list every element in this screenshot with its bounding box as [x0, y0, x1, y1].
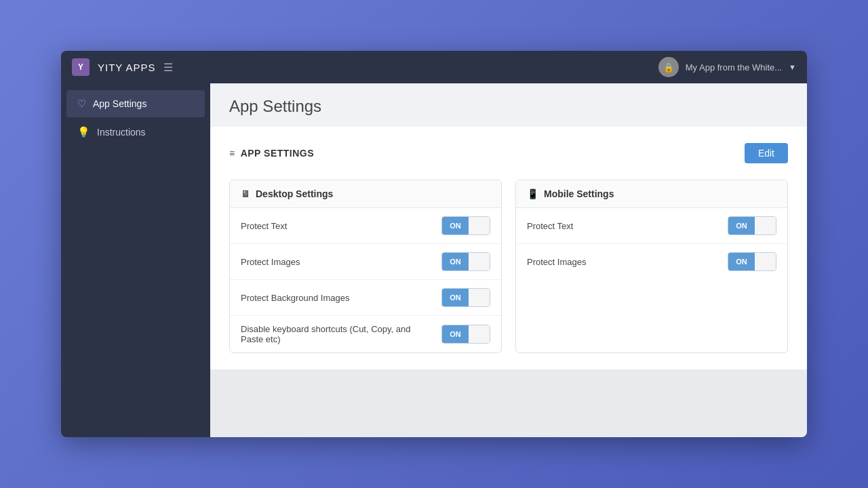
mobile-protect-images-row: Protect Images ON: [516, 244, 787, 279]
toggle-on-label[interactable]: ON: [728, 253, 755, 270]
mobile-protect-text-toggle[interactable]: ON: [728, 216, 776, 235]
desktop-protect-images-label: Protect Images: [241, 257, 441, 267]
desktop-protect-images-row: Protect Images ON: [230, 244, 501, 280]
avatar: 🔒: [658, 57, 679, 77]
mobile-settings-panel: 📱 Mobile Settings Protect Text ON: [515, 180, 788, 353]
monitor-icon: 🖥: [241, 188, 250, 199]
content-body: ≡ APP SETTINGS Edit 🖥 Desktop Settings: [210, 127, 807, 369]
toggle-on-label[interactable]: ON: [442, 253, 469, 270]
mobile-protect-text-row: Protect Text ON: [516, 208, 787, 244]
logo-text: Y: [78, 62, 83, 72]
mobile-panel-rows: Protect Text ON Protect Images ON: [516, 208, 787, 279]
page-title: App Settings: [229, 97, 788, 116]
toggle-off-area[interactable]: [469, 289, 490, 306]
desktop-protect-bg-label: Protect Background Images: [241, 293, 441, 303]
topbar-left: Y YITY APPS ☰: [72, 58, 173, 76]
section-title: ≡ APP SETTINGS: [229, 148, 314, 159]
desktop-protect-bg-toggle[interactable]: ON: [441, 288, 490, 307]
content-area: App Settings ≡ APP SETTINGS Edit 🖥: [210, 83, 807, 437]
main-layout: ♡ App Settings 💡 Instructions App Settin…: [61, 83, 807, 437]
page-header: App Settings: [210, 83, 807, 127]
sidebar: ♡ App Settings 💡 Instructions: [61, 83, 210, 437]
bulb-icon: 💡: [77, 126, 90, 138]
toggle-on-label[interactable]: ON: [442, 325, 469, 343]
desktop-keyboard-shortcuts-row: Disable keyboard shortcuts (Cut, Copy, a…: [230, 316, 501, 352]
toggle-on-label[interactable]: ON: [442, 217, 469, 235]
toggle-off-area[interactable]: [755, 253, 776, 270]
desktop-panel-rows: Protect Text ON Protect Images ON: [230, 208, 501, 352]
toggle-on-label[interactable]: ON: [442, 289, 469, 306]
sidebar-item-app-settings[interactable]: ♡ App Settings: [66, 90, 205, 117]
edit-button[interactable]: Edit: [745, 143, 788, 163]
chevron-down-icon[interactable]: ▼: [789, 63, 796, 71]
toggle-off-area[interactable]: [755, 217, 776, 235]
list-icon: ≡: [229, 148, 235, 159]
mobile-icon: 📱: [527, 188, 538, 199]
desktop-protect-bg-row: Protect Background Images ON: [230, 280, 501, 316]
topbar-right: 🔒 My App from the White... ▼: [658, 57, 796, 77]
app-window: Y YITY APPS ☰ 🔒 My App from the White...…: [61, 51, 807, 437]
mobile-protect-images-label: Protect Images: [527, 257, 728, 267]
toggle-off-area[interactable]: [469, 217, 490, 235]
desktop-protect-text-toggle[interactable]: ON: [441, 216, 490, 235]
desktop-protect-images-toggle[interactable]: ON: [441, 252, 490, 271]
desktop-keyboard-shortcuts-toggle[interactable]: ON: [441, 325, 490, 344]
toggle-off-area[interactable]: [469, 253, 490, 270]
logo-box: Y: [72, 58, 90, 76]
hamburger-icon[interactable]: ☰: [163, 61, 173, 74]
desktop-settings-panel: 🖥 Desktop Settings Protect Text ON: [229, 180, 502, 353]
mobile-panel-header: 📱 Mobile Settings: [516, 180, 787, 208]
desktop-protect-text-label: Protect Text: [241, 221, 441, 231]
user-label: My App from the White...: [686, 62, 782, 73]
panels-row: 🖥 Desktop Settings Protect Text ON: [229, 180, 788, 353]
content-footer: [210, 369, 807, 437]
mobile-protect-images-toggle[interactable]: ON: [728, 252, 776, 271]
section-header: ≡ APP SETTINGS Edit: [229, 143, 788, 163]
topbar: Y YITY APPS ☰ 🔒 My App from the White...…: [61, 51, 807, 83]
sidebar-item-label: Instructions: [97, 127, 146, 138]
sidebar-item-label: App Settings: [93, 98, 146, 109]
heart-icon: ♡: [77, 98, 86, 110]
toggle-on-label[interactable]: ON: [728, 217, 755, 235]
brand-name: YITY APPS: [98, 62, 155, 73]
desktop-keyboard-shortcuts-label: Disable keyboard shortcuts (Cut, Copy, a…: [241, 324, 441, 344]
toggle-off-area[interactable]: [469, 325, 490, 343]
sidebar-item-instructions[interactable]: 💡 Instructions: [66, 119, 205, 146]
desktop-panel-header: 🖥 Desktop Settings: [230, 180, 501, 208]
desktop-protect-text-row: Protect Text ON: [230, 208, 501, 244]
mobile-protect-text-label: Protect Text: [527, 221, 728, 231]
